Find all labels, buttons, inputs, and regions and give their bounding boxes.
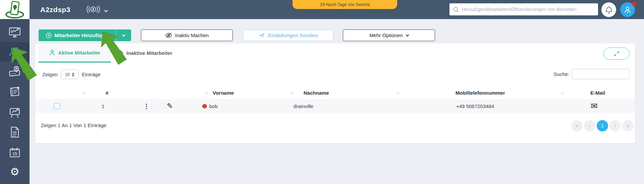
presentation-chart-icon	[9, 107, 21, 118]
send-invitations-button[interactable]: Einladungen Senden	[243, 29, 333, 41]
topbar: A2zdsp3 29 Noch Tage Vor Gericht	[0, 0, 644, 19]
make-inactive-label: Inaktiv Machen	[175, 32, 209, 38]
notifications-button[interactable]	[601, 2, 616, 17]
calendar-icon: 15	[9, 147, 21, 158]
entries-label: Einträge	[82, 72, 101, 77]
column-header-email[interactable]: E-Mail	[590, 88, 605, 98]
briefcase-icon	[117, 50, 123, 56]
search-icon	[453, 6, 459, 13]
sidebar-item-dashboard[interactable]	[0, 23, 30, 42]
sidebar-nav: 15 ⚙	[0, 19, 30, 184]
pagination-page-1-button[interactable]: 1	[597, 120, 608, 131]
chevron-down-icon	[406, 33, 409, 36]
pagination-prev-button[interactable]: ‹	[584, 120, 595, 131]
pagination-first-button[interactable]: «	[571, 120, 583, 131]
phone-pin-logo-icon	[4, 1, 25, 18]
table-search-controls: Suche:	[553, 69, 630, 79]
row-email-button[interactable]: ✉	[591, 99, 597, 113]
make-inactive-button[interactable]: Inaktiv Machen	[141, 29, 233, 41]
main-content: Mitarbeiter Hinzufügen Inaktiv Machen Ei…	[30, 19, 644, 184]
more-options-button[interactable]: Mehr Optionen	[343, 29, 435, 41]
add-employee-label: Mitarbeiter Hinzufügen	[54, 32, 109, 38]
row-vorname-cell: bob	[202, 99, 218, 113]
global-search-input[interactable]	[462, 7, 595, 12]
pencil-icon: ✎	[167, 102, 173, 110]
row-nachname: drainville	[293, 99, 313, 113]
add-employee-dropdown-button[interactable]	[116, 35, 131, 36]
vertical-dots-icon: ⋮	[143, 102, 150, 110]
send-icon	[258, 33, 265, 38]
pagination-next-button[interactable]: ›	[609, 120, 621, 131]
expand-table-button[interactable]	[603, 48, 630, 60]
document-icon	[9, 126, 20, 138]
person-icon	[49, 50, 55, 56]
row-actions-menu[interactable]: ⋮	[143, 99, 150, 113]
dashboard-chart-icon	[9, 27, 21, 38]
column-header-vorname[interactable]: Vorname	[213, 88, 234, 98]
sort-icon[interactable]: ↓↑	[560, 88, 564, 98]
page-title: A2zdsp3	[40, 0, 70, 19]
trial-days-badge: 29 Noch Tage Vor Gericht	[292, 0, 397, 9]
person-icon	[624, 6, 632, 14]
employees-active-dot	[22, 51, 25, 53]
row-mobile: +49 5087203484	[456, 99, 494, 113]
row-vorname: bob	[209, 103, 218, 109]
page-size-value: 10	[65, 72, 69, 77]
sort-icon[interactable]: ↓↑	[289, 88, 293, 98]
global-search	[449, 3, 598, 15]
show-label: Zeigen	[42, 72, 58, 77]
sidebar-item-reports[interactable]	[0, 103, 30, 122]
sidebar-item-calendar[interactable]: 15	[0, 143, 30, 162]
page-size-controls: Zeigen 10 Einträge	[42, 70, 101, 79]
notebook-icon	[9, 86, 20, 97]
column-header-num[interactable]: #	[106, 88, 108, 98]
envelope-icon: ✉	[591, 101, 597, 111]
chevron-down-icon	[122, 33, 125, 36]
column-header-nachname[interactable]: Nachname	[304, 88, 329, 98]
notification-red-dot	[632, 1, 637, 6]
account-menu-chevron-down-icon[interactable]	[105, 7, 107, 13]
row-edit-button[interactable]: ✎	[167, 99, 173, 113]
row-checkbox[interactable]	[54, 103, 60, 109]
bell-icon	[605, 6, 612, 14]
sidebar-item-settings[interactable]: ⚙	[0, 162, 30, 181]
sort-icon[interactable]: ↓↑	[205, 88, 208, 98]
row-checkbox-cell	[54, 99, 60, 113]
sort-icon[interactable]: ↓↑	[82, 88, 86, 98]
eye-off-icon	[165, 32, 172, 38]
send-invitations-label: Einladungen Senden	[268, 32, 318, 38]
sort-icon[interactable]: ↓↑	[396, 88, 399, 98]
calendar-day-label: 15	[12, 151, 17, 156]
employee-management-screen: A2zdsp3 29 Noch Tage Vor Gericht	[0, 0, 644, 184]
gear-icon: ⚙	[10, 167, 19, 177]
add-employee-button[interactable]: Mitarbeiter Hinzufügen	[39, 29, 131, 41]
spinner-arrows-icon	[72, 73, 74, 77]
pagination-last-button[interactable]: »	[622, 120, 634, 131]
table-info-text: Zeigen 1 An 1 Von 1 Einträge	[41, 122, 106, 128]
sidebar-item-documents[interactable]	[0, 122, 30, 142]
page-size-select[interactable]: 10	[61, 70, 78, 79]
table-search-input[interactable]	[572, 69, 630, 79]
tab-active-label: Aktive Mitarbeiter	[58, 50, 101, 56]
sidebar-item-notes[interactable]	[0, 82, 30, 101]
route-tracking-dot	[22, 70, 25, 73]
employees-card: Aktive Mitarbeiter Inaktive Mitarbeiter …	[35, 43, 635, 143]
table-search-label: Suche:	[553, 71, 569, 77]
expand-icon	[614, 51, 620, 57]
row-number: 1	[102, 99, 104, 113]
sidebar-item-employees[interactable]	[0, 42, 30, 62]
users-icon	[8, 47, 21, 57]
status-dot-red	[202, 104, 207, 108]
column-header-mobile[interactable]: Mobiltelefonnummer	[455, 88, 505, 98]
pagination: « ‹ 1 › »	[571, 120, 634, 131]
tab-inactive-employees[interactable]: Inaktive Mitarbeiter	[117, 43, 197, 63]
sidebar-item-route-tracking[interactable]	[0, 62, 30, 81]
plus-circle-icon	[46, 32, 52, 38]
more-options-label: Mehr Optionen	[369, 32, 402, 38]
map-pin-icon	[9, 66, 21, 77]
app-logo[interactable]	[0, 0, 30, 19]
table-row: 1 ⋮ ✎ bob drainville +49 5087203484 ✉	[35, 99, 635, 113]
tab-active-employees[interactable]: Aktive Mitarbeiter	[39, 43, 111, 63]
support-broadcast-icon[interactable]	[87, 5, 100, 15]
tab-inactive-label: Inaktive Mitarbeiter	[126, 50, 172, 56]
